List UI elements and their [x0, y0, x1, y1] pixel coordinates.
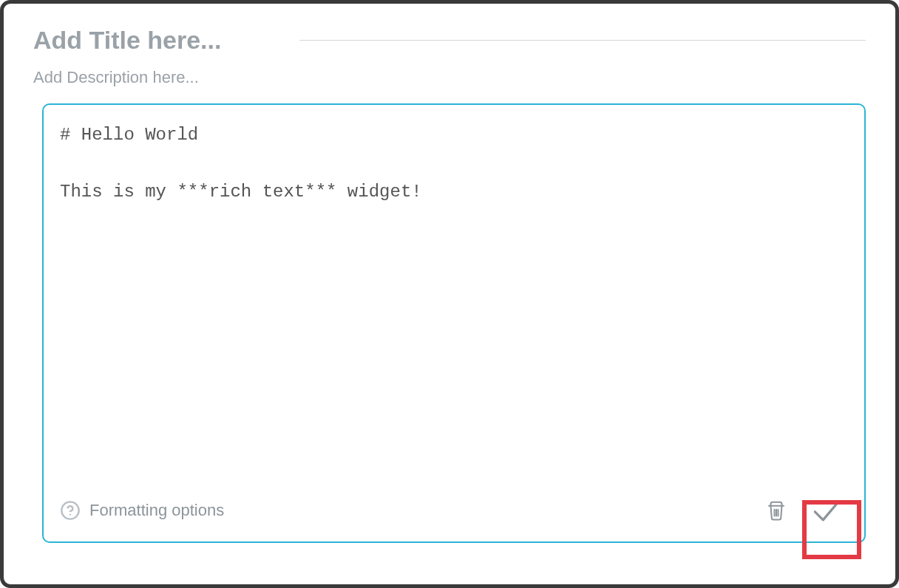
delete-button[interactable] [762, 496, 790, 524]
formatting-options-link[interactable]: Formatting options [89, 501, 224, 520]
description-input[interactable] [33, 68, 866, 87]
markdown-editor: Formatting options [42, 103, 866, 543]
confirm-button[interactable] [804, 488, 848, 533]
footer-left: Formatting options [60, 500, 224, 521]
title-input[interactable] [33, 26, 292, 55]
editor-textarea[interactable] [60, 121, 848, 481]
help-circle-icon[interactable] [60, 500, 81, 521]
title-row [33, 26, 866, 55]
editor-footer: Formatting options [60, 481, 848, 533]
trash-icon [765, 499, 787, 522]
footer-right [762, 488, 848, 533]
title-divider [299, 40, 866, 41]
widget-editor-panel: Formatting options [0, 0, 899, 588]
check-icon [810, 494, 842, 527]
